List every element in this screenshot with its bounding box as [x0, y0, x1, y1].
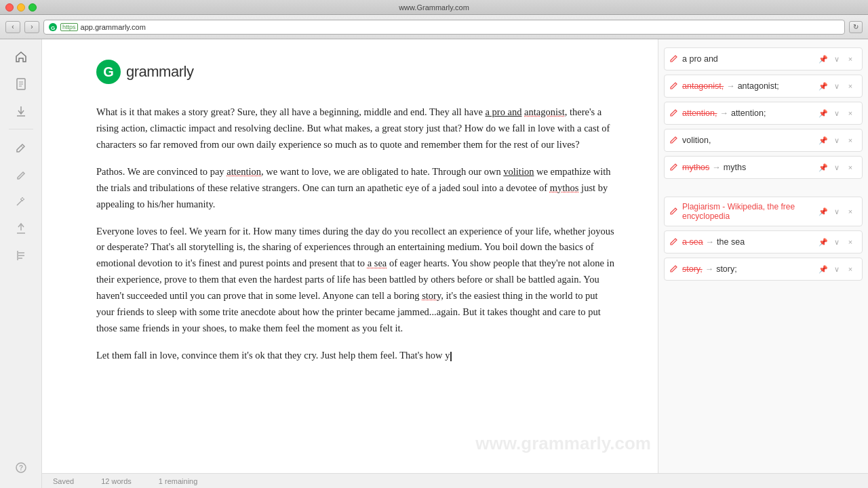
suggestion-expand-4[interactable]: ∨: [831, 134, 843, 146]
svg-line-8: [21, 146, 23, 148]
pencil-icon-3: [670, 108, 678, 119]
sidebar-help[interactable]: ?: [9, 455, 33, 480]
forward-button[interactable]: ›: [24, 21, 39, 33]
source-item-dismiss-1[interactable]: ×: [844, 236, 856, 248]
pencil-icon-2: [670, 81, 678, 92]
logo-text: grammarly: [126, 63, 193, 81]
suggestion-dismiss-2[interactable]: ×: [844, 80, 856, 92]
source-card-actions: 📌 ∨ ×: [817, 205, 856, 218]
logo-area: G grammarly: [96, 53, 617, 84]
source-card-title[interactable]: Plagiarism - Wikipedia, the free encyclo…: [664, 197, 863, 226]
status-words: 12 words: [101, 477, 132, 485]
paragraph-1: What is it that makes a story great? Sur…: [96, 104, 617, 153]
logo-icon: G: [96, 60, 121, 84]
source-item-pin-1[interactable]: 📌: [817, 236, 829, 248]
close-button[interactable]: [5, 3, 14, 12]
suggestion-pin-1[interactable]: 📌: [817, 53, 829, 65]
suggestion-card-1[interactable]: a pro and 📌 ∨ ×: [664, 47, 863, 70]
source-item-2[interactable]: story,→story; 📌 ∨ ×: [664, 258, 863, 281]
traffic-lights: [5, 3, 37, 12]
status-remaining: 1 remaining: [159, 477, 197, 485]
pencil-icon-1: [670, 54, 678, 64]
sidebar-download[interactable]: [9, 99, 33, 123]
suggestion-pin-4[interactable]: 📌: [817, 134, 829, 146]
suggestion-card-5[interactable]: mythos→myths 📌 ∨ ×: [664, 156, 863, 179]
suggestion-text-3: attention,→attention;: [682, 108, 813, 118]
minimize-button[interactable]: [17, 3, 25, 12]
suggestion-card-3[interactable]: attention,→attention; 📌 ∨ ×: [664, 102, 863, 125]
text-cursor: [450, 352, 452, 361]
address-bar[interactable]: G https app.grammarly.com: [43, 20, 845, 35]
favicon: G: [48, 22, 58, 32]
suggestion-expand-5[interactable]: ∨: [831, 161, 843, 174]
suggestion-story: story: [422, 290, 441, 301]
suggestion-volition: volition: [503, 166, 534, 177]
source-item-text-2: story,→story;: [682, 264, 813, 274]
sidebar-paragraph[interactable]: [9, 243, 33, 268]
sidebar-edit1[interactable]: [9, 135, 33, 159]
editor-content[interactable]: What is it that makes a story great? Sur…: [96, 104, 617, 364]
window-chrome: www.Grammarly.com: [0, 0, 868, 15]
paragraph-2: Pathos. We are convinced to pay attentio…: [96, 164, 617, 213]
pencil-icon-5: [670, 163, 678, 173]
source-pencil-1: [670, 237, 678, 247]
suggestion-actions-5: 📌 ∨ ×: [817, 161, 856, 174]
svg-text:?: ?: [18, 464, 22, 472]
sidebar: ?: [0, 39, 42, 488]
app-container: ? G grammarly What is it that makes a st…: [0, 39, 868, 488]
sidebar-document[interactable]: [9, 72, 33, 96]
status-saved: Saved: [53, 477, 74, 485]
source-item-1[interactable]: a sea→the sea 📌 ∨ ×: [664, 230, 863, 253]
suggestion-expand-2[interactable]: ∨: [831, 80, 843, 92]
suggestion-text-1: a pro and: [682, 54, 813, 64]
suggestion-dismiss-5[interactable]: ×: [844, 161, 856, 174]
source-pencil-2: [670, 264, 678, 274]
sidebar-edit2[interactable]: [9, 162, 33, 186]
suggestion-pin-2[interactable]: 📌: [817, 80, 829, 92]
status-bar: Saved 12 words 1 remaining: [42, 473, 868, 488]
suggestions-panel: a pro and 📌 ∨ × antagonist,→antagonist; …: [658, 39, 868, 488]
pencil-icon-4: [670, 136, 678, 146]
suggestion-mythos: mythos: [550, 182, 579, 193]
paragraph-3: Everyone loves to feel. We yearn for it.…: [96, 224, 617, 337]
paragraph-4: Let them fall in love, convince them it'…: [96, 348, 617, 364]
suggestion-expand-3[interactable]: ∨: [831, 107, 843, 119]
suggestion-attention: attention: [226, 166, 261, 177]
source-dismiss[interactable]: ×: [844, 205, 856, 218]
browser-toolbar: ‹ › G https app.grammarly.com ↻: [0, 15, 868, 39]
source-pencil-icon: [670, 207, 678, 217]
window-title: www.Grammarly.com: [399, 3, 469, 12]
editor-panel[interactable]: G grammarly What is it that makes a stor…: [42, 39, 658, 488]
suggestion-text-2: antagonist,→antagonist;: [682, 81, 813, 91]
source-item-pin-2[interactable]: 📌: [817, 263, 829, 275]
sidebar-home[interactable]: [9, 45, 33, 69]
sidebar-wand[interactable]: [9, 189, 33, 214]
source-item-dismiss-2[interactable]: ×: [844, 263, 856, 275]
suggestion-card-4[interactable]: volition, 📌 ∨ ×: [664, 129, 863, 152]
sidebar-upload[interactable]: [9, 216, 33, 241]
back-button[interactable]: ‹: [5, 21, 20, 33]
suggestion-pin-3[interactable]: 📌: [817, 107, 829, 119]
suggestion-a-pro-and: a pro and: [486, 106, 522, 117]
suggestion-antagonist: antagonist: [524, 106, 565, 117]
suggestion-actions-1: 📌 ∨ ×: [817, 53, 856, 65]
suggestion-dismiss-3[interactable]: ×: [844, 107, 856, 119]
source-pin[interactable]: 📌: [817, 205, 829, 218]
suggestion-expand-1[interactable]: ∨: [831, 53, 843, 65]
maximize-button[interactable]: [28, 3, 37, 12]
source-item-actions-1: 📌 ∨ ×: [817, 236, 856, 248]
address-text[interactable]: app.grammarly.com: [81, 23, 840, 31]
suggestion-pin-5[interactable]: 📌: [817, 161, 829, 174]
suggestion-actions-3: 📌 ∨ ×: [817, 107, 856, 119]
source-item-expand-1[interactable]: ∨: [831, 236, 843, 248]
suggestion-card-2[interactable]: antagonist,→antagonist; 📌 ∨ ×: [664, 75, 863, 98]
suggestion-dismiss-4[interactable]: ×: [844, 134, 856, 146]
svg-line-9: [17, 200, 22, 205]
suggestion-a-sea: a sea: [368, 258, 387, 268]
suggestion-text-5: mythos→myths: [682, 163, 813, 172]
source-expand[interactable]: ∨: [831, 205, 843, 218]
source-item-expand-2[interactable]: ∨: [831, 263, 843, 275]
suggestion-dismiss-1[interactable]: ×: [844, 53, 856, 65]
reload-button[interactable]: ↻: [849, 21, 863, 33]
source-item-actions-2: 📌 ∨ ×: [817, 263, 856, 275]
